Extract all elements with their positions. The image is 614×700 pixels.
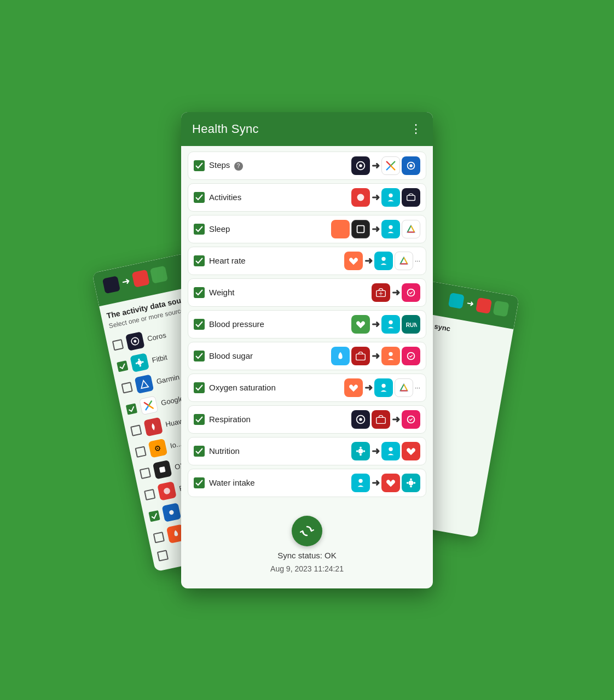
svg-point-27: [389, 352, 392, 355]
row6-label: Io...: [169, 439, 182, 450]
bp-dest2-icon: RUN: [402, 315, 420, 334]
heartrate-dest1-icon: [374, 252, 393, 270]
bp-arrow: ➜: [372, 318, 380, 330]
svg-rect-26: [356, 354, 366, 360]
bp-label: Blood pressure: [209, 319, 347, 329]
heartrate-dest2-icon: [395, 252, 413, 270]
heartrate-icons: ➜ ···: [344, 252, 420, 270]
oxygen-dest1-icon: [374, 378, 393, 397]
activities-label: Activities: [209, 192, 347, 202]
sleep-dest1-icon: [381, 220, 400, 238]
steps-checkbox[interactable]: [194, 160, 205, 171]
svg-point-6: [142, 361, 144, 363]
svg-point-1: [134, 340, 137, 343]
resp-dest-icon: [402, 410, 420, 429]
nutrition-arrow: ➜: [372, 445, 380, 457]
sync-item-oxygen[interactable]: Oxygen saturation ➜: [188, 374, 426, 402]
sync-item-sleep[interactable]: Sleep ➜: [188, 215, 426, 243]
svg-point-35: [360, 446, 362, 448]
nutrition-checkbox[interactable]: [194, 446, 205, 457]
row7-checkbox[interactable]: [140, 468, 151, 479]
resp-icons: ➜: [351, 410, 420, 429]
resp-checkbox[interactable]: [194, 414, 205, 425]
coros-checkbox[interactable]: [112, 339, 124, 351]
steps-dest1-icon: [381, 156, 400, 175]
resp-arrow: ➜: [392, 413, 400, 425]
oxygen-source-icon: [344, 378, 363, 397]
svg-point-36: [360, 453, 362, 456]
water-checkbox[interactable]: [194, 477, 205, 488]
resp-source-icon: [351, 410, 370, 429]
water-label: Water intake: [209, 478, 347, 487]
activities-arrow: ➜: [372, 191, 380, 203]
bs-label: Blood sugar: [209, 351, 327, 360]
water-arrow: ➜: [372, 477, 380, 489]
weight-arrow: ➜: [392, 287, 400, 299]
oxygen-dest2-icon: [395, 378, 413, 397]
gfit-icon: [139, 396, 159, 416]
svg-point-40: [358, 479, 362, 482]
sleep-checkbox[interactable]: [194, 224, 205, 235]
bs-source-icon: [331, 347, 350, 365]
bp-dest1-icon: [381, 315, 400, 334]
oxygen-icons: ➜ ···: [344, 378, 420, 397]
activities-checkbox[interactable]: [194, 192, 205, 203]
nutrition-dest2-icon: [402, 442, 420, 460]
row6-checkbox[interactable]: [135, 446, 146, 458]
heartrate-dots: ···: [415, 257, 420, 265]
svg-point-11: [359, 164, 362, 167]
sync-item-respiration[interactable]: Respiration ➜: [188, 405, 426, 434]
weight-checkbox[interactable]: [194, 287, 205, 298]
bs-dest1-icon: [381, 347, 400, 365]
row8-checkbox[interactable]: [144, 489, 155, 500]
weight-source-icon: [372, 283, 390, 302]
oxygen-checkbox[interactable]: [194, 382, 205, 393]
row11-checkbox[interactable]: [157, 550, 169, 561]
svg-point-9: [169, 510, 174, 515]
huawei-icon: [143, 417, 163, 437]
steps-help-icon[interactable]: ?: [234, 162, 243, 171]
sleep-label: Sleep: [209, 224, 327, 234]
sleep-arrow: ➜: [372, 223, 380, 235]
bs-icons: ➜: [331, 347, 420, 365]
heartrate-checkbox[interactable]: [194, 255, 205, 266]
huawei-checkbox[interactable]: [130, 424, 142, 436]
svg-point-37: [356, 450, 358, 452]
heartrate-source-icon: [344, 252, 363, 270]
coros-label: Coros: [147, 331, 167, 343]
svg-point-34: [358, 448, 363, 453]
bp-source-icon: [351, 315, 370, 334]
svg-rect-17: [357, 225, 364, 232]
svg-point-42: [410, 478, 412, 480]
steps-arrow: ➜: [372, 160, 380, 172]
activities-dest2-icon: [402, 188, 420, 207]
sync-item-heartrate[interactable]: Heart rate ➜: [188, 247, 426, 275]
fitbit-checkbox[interactable]: [117, 360, 128, 372]
bs-arrow: ➜: [372, 350, 380, 362]
sync-item-steps[interactable]: Steps ? ➜: [188, 151, 426, 180]
sync-item-activities[interactable]: Activities ➜: [188, 183, 426, 212]
svg-rect-16: [407, 195, 415, 200]
sync-item-water[interactable]: Water intake ➜: [188, 469, 426, 497]
row10-checkbox[interactable]: [153, 532, 165, 543]
oxygen-label: Oxygen saturation: [209, 383, 340, 392]
coros-icon: [125, 331, 145, 351]
sync-status-area: Sync status: OK Aug 9, 2023 11:24:21: [181, 503, 433, 588]
gfit-checkbox[interactable]: [126, 403, 137, 415]
svg-rect-7: [159, 466, 166, 473]
bs-checkbox[interactable]: [194, 351, 205, 361]
app-title: Health Sync: [192, 122, 259, 136]
menu-icon[interactable]: ⋮: [410, 122, 422, 136]
row6-icon: ⚙: [148, 439, 168, 458]
activities-source-icon: [351, 188, 370, 207]
row9-checkbox[interactable]: [148, 510, 160, 522]
bp-checkbox[interactable]: [194, 319, 205, 330]
sync-item-nutrition[interactable]: Nutrition ➜: [188, 437, 426, 465]
garmin-checkbox[interactable]: [121, 382, 132, 393]
sync-item-bloodpressure[interactable]: Blood pressure ➜ RUN: [188, 310, 426, 339]
sync-item-weight[interactable]: Weight ➜: [188, 278, 426, 307]
svg-point-13: [409, 164, 413, 167]
svg-point-29: [381, 383, 385, 387]
sync-item-bloodsugar[interactable]: Blood sugar ➜: [188, 342, 426, 370]
sync-button[interactable]: [292, 516, 322, 546]
